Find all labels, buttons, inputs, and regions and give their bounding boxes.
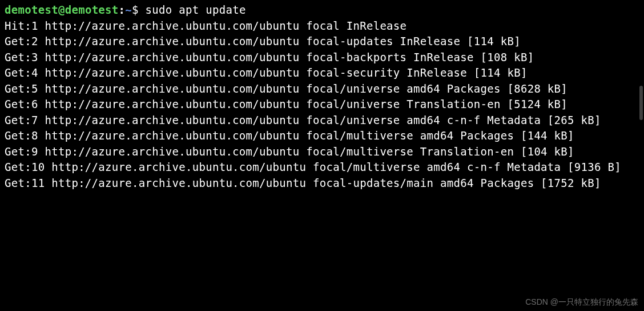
output-line: Get:7 http://azure.archive.ubuntu.com/ub… (5, 113, 639, 129)
prompt-path: ~ (125, 3, 132, 16)
output-line: Get:10 http://azure.archive.ubuntu.com/u… (5, 160, 639, 176)
command-text: sudo apt update (146, 3, 246, 16)
scrollbar-thumb[interactable] (639, 86, 643, 120)
prompt-line: demotest@demotest:~$ sudo apt update (5, 3, 246, 16)
prompt-host: demotest (65, 3, 119, 16)
output-line: Get:4 http://azure.archive.ubuntu.com/ub… (5, 65, 639, 81)
output-line: Get:11 http://azure.archive.ubuntu.com/u… (5, 176, 639, 192)
output-line: Hit:1 http://azure.archive.ubuntu.com/ub… (5, 18, 639, 34)
prompt-sep: : (119, 3, 126, 16)
watermark-text: CSDN @一只特立独行的兔先森 (525, 296, 638, 308)
output-line: Get:6 http://azure.archive.ubuntu.com/ub… (5, 97, 639, 113)
prompt-user: demotest (5, 3, 58, 16)
prompt-at: @ (58, 3, 65, 16)
terminal-window[interactable]: demotest@demotest:~$ sudo apt update Hit… (5, 2, 639, 192)
output-line: Get:5 http://azure.archive.ubuntu.com/ub… (5, 81, 639, 97)
output-line: Get:3 http://azure.archive.ubuntu.com/ub… (5, 50, 639, 66)
output-line: Get:2 http://azure.archive.ubuntu.com/ub… (5, 34, 639, 50)
output-line: Get:8 http://azure.archive.ubuntu.com/ub… (5, 128, 639, 144)
output-line: Get:9 http://azure.archive.ubuntu.com/ub… (5, 144, 639, 160)
prompt-dollar: $ (132, 3, 139, 16)
